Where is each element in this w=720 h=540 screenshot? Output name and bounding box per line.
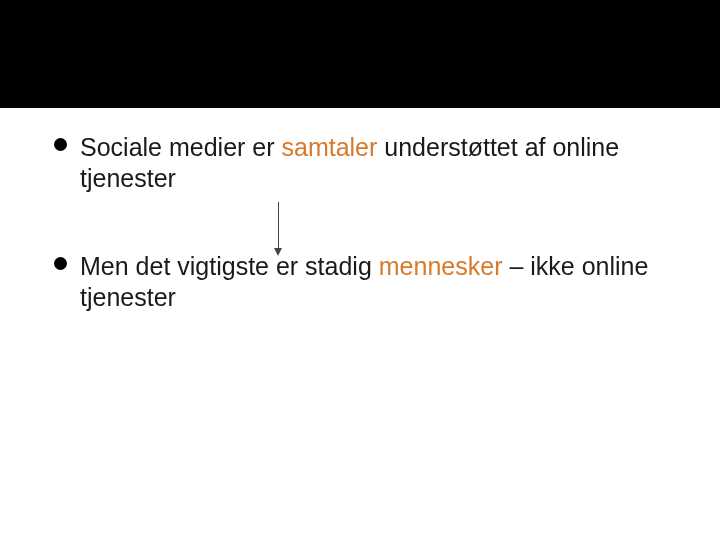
arrow-down-icon: [278, 202, 280, 256]
title-bar: [0, 0, 720, 108]
bullet-item: Men det vigtigste er stadig mennesker – …: [80, 251, 672, 314]
slide-content: Sociale medier er samtaler understøttet …: [0, 108, 720, 313]
bullet-text-pre: Men det vigtigste er stadig: [80, 252, 379, 280]
bullet-text-highlight: samtaler: [281, 133, 377, 161]
bullet-icon: [54, 138, 67, 151]
bullet-icon: [54, 257, 67, 270]
bullet-text-highlight: mennesker: [379, 252, 503, 280]
bullet-text-pre: Sociale medier er: [80, 133, 281, 161]
bullet-item: Sociale medier er samtaler understøttet …: [80, 132, 672, 195]
